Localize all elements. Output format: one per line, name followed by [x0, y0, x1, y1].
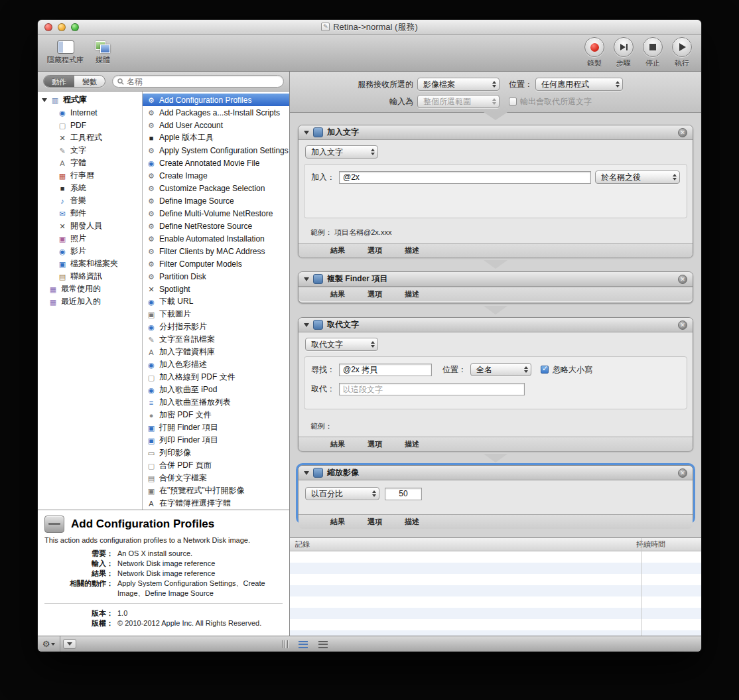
action-list-item[interactable]: ⚙Add Packages a...st-Install Scripts [143, 106, 289, 119]
sidebar-item-系統[interactable]: ■系統 [38, 182, 142, 194]
sidebar-item-檔案和檔案夾[interactable]: ▣檔案和檔案夾 [38, 257, 142, 270]
action-list-item[interactable]: ⚙Add Configuration Profiles [143, 94, 289, 106]
options-link[interactable]: 選項 [368, 517, 382, 527]
document-proxy-icon[interactable]: ✎ [321, 23, 330, 31]
description-link[interactable]: 描述 [405, 439, 419, 449]
add-position-popup[interactable]: 於名稱之後 [595, 171, 680, 184]
action-list-item[interactable]: ◉下載 URL [143, 295, 289, 308]
variables-view-button[interactable] [315, 639, 331, 650]
action-list-item[interactable]: ◉加入色彩描述 [143, 358, 289, 371]
workflow-canvas[interactable]: 加入文字 ✕ 加入文字 加入： [290, 113, 701, 537]
remove-step-button[interactable]: ✕ [678, 275, 687, 284]
action-list-item[interactable]: ◉加入歌曲至 iPod [143, 384, 289, 396]
action-list-item[interactable]: ▣列印 Finder 項目 [143, 434, 289, 447]
sidebar-item-文字[interactable]: ✎文字 [38, 144, 142, 157]
action-list-item[interactable]: ■Apple 版本工具 [143, 131, 289, 144]
action-list-item[interactable]: ▢合併 PDF 頁面 [143, 459, 289, 472]
action-list-item[interactable]: ⚙Define NetRestore Source [143, 220, 289, 232]
action-menu-button[interactable]: ⚙ [38, 636, 60, 652]
action-list-item[interactable]: ▤合併文字檔案 [143, 472, 289, 484]
search-field[interactable] [112, 75, 284, 88]
action-list-item[interactable]: A在字體簿裡選擇字體 [143, 497, 289, 510]
scale-mode-popup[interactable]: 以百分比 [305, 487, 379, 500]
sidebar-item-工具程式[interactable]: ✕工具程式 [38, 131, 142, 144]
sidebar-item-最常使用的[interactable]: ▦最常使用的 [38, 283, 142, 295]
service-position-popup[interactable]: 任何應用程式 [535, 78, 623, 91]
action-list-item[interactable]: ✕Spotlight [143, 283, 289, 295]
results-link[interactable]: 結果 [330, 439, 345, 449]
sidebar-item-library[interactable]: ▥程式庫 [38, 94, 142, 106]
replace-input[interactable] [339, 383, 525, 395]
add-text-input[interactable] [339, 171, 591, 184]
action-list-item[interactable]: ⚙Customize Package Selection [143, 182, 289, 194]
action-list-item[interactable]: ▣下載圖片 [143, 308, 289, 320]
options-link[interactable]: 選項 [368, 289, 382, 299]
options-link[interactable]: 選項 [368, 439, 382, 449]
results-link[interactable]: 結果 [330, 245, 345, 255]
sidebar-item-影片[interactable]: ◉影片 [38, 245, 142, 257]
disclosure-triangle-icon[interactable] [304, 131, 309, 135]
run-button[interactable]: 執行 [672, 37, 692, 68]
action-list-item[interactable]: ✎文字至音訊檔案 [143, 333, 289, 346]
duration-column-title[interactable]: 持續時間 [636, 539, 665, 549]
description-link[interactable]: 描述 [405, 289, 419, 299]
action-list-item[interactable]: ●加密 PDF 文件 [143, 409, 289, 421]
tab-variables[interactable]: 變數 [74, 76, 105, 87]
workflow-step-add-text[interactable]: 加入文字 ✕ 加入文字 加入： [298, 125, 693, 257]
description-link[interactable]: 描述 [405, 517, 419, 527]
disclosure-triangle-icon[interactable] [42, 98, 47, 102]
service-input-popup[interactable]: 整個所選範圍 [417, 95, 500, 108]
action-list-item[interactable]: ⚙Add User Account [143, 119, 289, 131]
panel-toggle-button[interactable] [63, 639, 76, 649]
action-list-item[interactable]: ▭列印影像 [143, 447, 289, 459]
position-popup[interactable]: 全名 [470, 363, 531, 376]
step-header[interactable]: 縮放影像 ✕ [299, 466, 693, 480]
minimize-window-button[interactable] [58, 23, 66, 31]
action-list-item[interactable]: ▣在"預覽程式"中打開影像 [143, 484, 289, 497]
action-list-item[interactable]: ⚙Define Image Source [143, 194, 289, 207]
find-input[interactable] [339, 364, 432, 376]
action-list-item[interactable]: ▣打開 Finder 項目 [143, 421, 289, 434]
sidebar-item-開發人員[interactable]: ✕開發人員 [38, 220, 142, 232]
workflow-step-replace-text[interactable]: 取代文字 ✕ 取代文字 尋找： 位置： [298, 317, 693, 451]
sidebar-item-音樂[interactable]: ♪音樂 [38, 194, 142, 207]
output-replaces-checkbox[interactable] [509, 98, 517, 105]
sidebar-item-PDF[interactable]: ▢PDF [38, 119, 142, 131]
search-input[interactable] [127, 77, 279, 86]
action-list-item[interactable]: ◉分封指示影片 [143, 320, 289, 333]
title-bar[interactable]: ✎ Retina->normal (服務) [38, 20, 701, 35]
action-list-item[interactable]: ▢加入格線到 PDF 文件 [143, 371, 289, 384]
add-text-mode-popup[interactable]: 加入文字 [305, 145, 378, 159]
step-header[interactable]: 加入文字 ✕ [299, 125, 693, 140]
sidebar-item-Internet[interactable]: ◉Internet [38, 106, 142, 119]
close-window-button[interactable] [44, 23, 52, 31]
description-link[interactable]: 描述 [405, 245, 419, 255]
results-link[interactable]: 結果 [330, 517, 345, 527]
action-list-item[interactable]: ⚙Define Multi-Volume NetRestore [143, 207, 289, 220]
service-receives-popup[interactable]: 影像檔案 [417, 78, 500, 91]
workflow-step-copy-finder-items[interactable]: 複製 Finder 項目 ✕ 結果 選項 描述 [298, 271, 693, 303]
sidebar-item-字體[interactable]: A字體 [38, 157, 142, 169]
sidebar-item-聯絡資訊[interactable]: ▤聯絡資訊 [38, 270, 142, 283]
log-column-title[interactable]: 記錄 [290, 539, 636, 549]
media-button[interactable]: 媒體 [94, 40, 111, 65]
action-list-item[interactable]: ⚙Filter Computer Models [143, 257, 289, 270]
disclosure-triangle-icon[interactable] [304, 277, 309, 281]
log-view-button[interactable] [295, 639, 311, 650]
remove-step-button[interactable]: ✕ [678, 128, 687, 137]
sidebar-item-行事曆[interactable]: ▦行事曆 [38, 169, 142, 182]
sidebar-item-照片[interactable]: ▣照片 [38, 232, 142, 245]
replace-text-mode-popup[interactable]: 取代文字 [305, 338, 378, 351]
options-link[interactable]: 選項 [368, 245, 382, 255]
stop-button[interactable]: 停止 [643, 37, 663, 68]
disclosure-triangle-icon[interactable] [304, 471, 309, 475]
log-column-divider[interactable] [641, 538, 642, 636]
action-list-item[interactable]: ◉Create Annotated Movie File [143, 157, 289, 169]
remove-step-button[interactable]: ✕ [678, 320, 687, 330]
action-list-item[interactable]: A加入字體資料庫 [143, 346, 289, 358]
step-header[interactable]: 複製 Finder 項目 ✕ [299, 272, 693, 287]
action-list-item[interactable]: ⚙Apply System Configuration Settings [143, 144, 289, 157]
step-header[interactable]: 取代文字 ✕ [299, 318, 693, 332]
workflow-step-scale-images[interactable]: 縮放影像 ✕ 以百分比 結果 [298, 465, 693, 522]
record-button[interactable]: 錄製 [584, 37, 604, 68]
